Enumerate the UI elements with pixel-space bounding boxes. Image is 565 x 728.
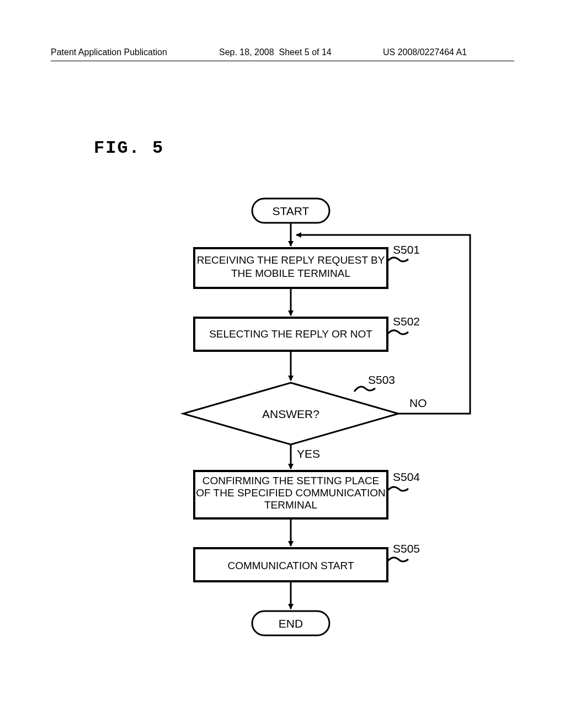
- header-sheet: Sheet 5 of 14: [279, 47, 332, 57]
- figure-label: FIG. 5: [94, 138, 164, 158]
- s502-label: S502: [393, 315, 420, 328]
- step-s505: COMMUNICATION START S505: [194, 542, 420, 581]
- header-date: Sep. 18, 2008: [219, 47, 274, 57]
- end-text: END: [279, 617, 303, 630]
- s502-line1: SELECTING THE REPLY OR NOT: [209, 328, 372, 340]
- header-middle: Sep. 18, 2008 Sheet 5 of 14: [219, 47, 332, 57]
- s504-line2: OF THE SPECIFIED COMMUNICATION: [196, 487, 385, 499]
- s504-line3: TERMINAL: [264, 499, 317, 511]
- header-right: US 2008/0227464 A1: [383, 47, 467, 57]
- s504-label: S504: [393, 470, 420, 483]
- s504-line1: CONFIRMING THE SETTING PLACE: [202, 475, 380, 486]
- s503-label: S503: [368, 373, 395, 386]
- end-node: END: [252, 611, 329, 635]
- header-rule: [51, 61, 514, 61]
- edge-s503-yes: YES: [291, 445, 320, 469]
- start-text: START: [273, 205, 310, 217]
- s501-label: S501: [393, 243, 420, 256]
- step-s504: CONFIRMING THE SETTING PLACE OF THE SPEC…: [194, 470, 420, 518]
- s505-line1: COMMUNICATION START: [227, 560, 354, 571]
- s501-line2: THE MOBILE TERMINAL: [231, 267, 350, 279]
- s505-label: S505: [393, 542, 420, 555]
- s501-line1: RECEIVING THE REPLY REQUEST BY: [197, 254, 385, 266]
- step-s503-decision: ANSWER? S503: [183, 373, 398, 445]
- page-content: Patent Application Publication Sep. 18, …: [51, 33, 514, 695]
- start-node: START: [252, 199, 329, 223]
- header-left: Patent Application Publication: [51, 47, 167, 57]
- step-s502: SELECTING THE REPLY OR NOT S502: [194, 315, 420, 351]
- yes-label: YES: [297, 447, 320, 460]
- no-label: NO: [409, 397, 427, 409]
- flowchart: START RECEIVING THE REPLY REQUEST BY THE…: [134, 193, 492, 667]
- flowchart-svg: START RECEIVING THE REPLY REQUEST BY THE…: [134, 193, 492, 673]
- s503-text: ANSWER?: [262, 408, 319, 420]
- step-s501: RECEIVING THE REPLY REQUEST BY THE MOBIL…: [194, 243, 420, 288]
